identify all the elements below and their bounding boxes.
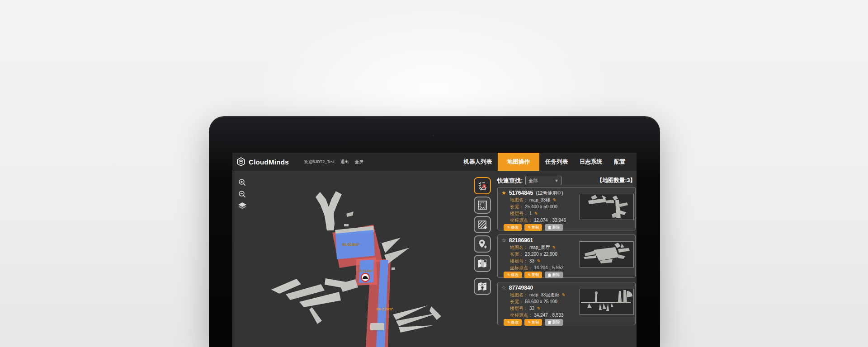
layers-icon[interactable] <box>238 202 247 211</box>
trash-icon <box>548 273 551 277</box>
map-size-value: 23.200 x 22.900 <box>525 252 557 257</box>
map-in-use-badge: (12号使用中) <box>536 190 563 197</box>
field-label-size: 长宽： <box>510 204 524 209</box>
copy-button[interactable]: ✎复制 <box>524 224 542 231</box>
pencil-icon: ✎ <box>507 225 510 230</box>
cloudminds-logo-icon <box>236 157 246 167</box>
map-card[interactable]: ☆ 87749840 地图名：map_33层走廊✎ 长宽：56.600 x 25… <box>497 282 636 325</box>
filter-selected-value: 全部 <box>528 178 538 184</box>
poi-checklist-icon[interactable] <box>474 177 491 194</box>
star-favorite-icon[interactable]: ☆ <box>501 285 506 291</box>
webcam-dot <box>432 134 435 137</box>
edit-pencil-icon[interactable]: ✎ <box>552 197 556 202</box>
field-label-floor: 楼层号： <box>510 211 528 216</box>
session-info: 欢迎BJDT2_Test 退出 全屏 <box>304 159 363 165</box>
map-thumbnail[interactable] <box>580 241 634 267</box>
card-header: ☆ 87749840 <box>501 285 536 291</box>
laptop-frame: CloudMinds 欢迎BJDT2_Test 退出 全屏 机器人列表 地图操作… <box>209 116 660 347</box>
field-label-name: 地图名： <box>510 245 528 250</box>
pointcloud-speck-3 <box>344 224 349 226</box>
chevron-down-icon: ▼ <box>554 178 558 183</box>
nav-tabs: 机器人列表 地图操作 任务列表 日志系统 配置 <box>458 153 632 171</box>
card-header: ★ 51764845 (12号使用中) <box>501 190 563 197</box>
map-thumbnail[interactable] <box>580 194 634 220</box>
map-card[interactable]: ☆ 82186961 地图名：map_展厅✎ 长宽：23.200 x 22.90… <box>497 234 636 278</box>
pointcloud-fan-4 <box>429 306 441 320</box>
pencil-icon: ✎ <box>528 225 531 230</box>
virtual-wall-add-icon[interactable] <box>474 216 491 233</box>
zoom-out-icon[interactable] <box>238 190 247 199</box>
app-screen: CloudMinds 欢迎BJDT2_Test 退出 全屏 机器人列表 地图操作… <box>232 153 637 347</box>
trash-icon <box>548 226 551 230</box>
edit-pencil-icon[interactable]: ✎ <box>534 211 538 216</box>
no-entry-sign[interactable] <box>361 273 369 281</box>
map-id: 51764845 <box>509 190 533 196</box>
star-favorite-icon[interactable]: ★ <box>501 190 506 196</box>
map-controls <box>238 178 247 211</box>
card-header: ☆ 82186961 <box>501 237 536 244</box>
field-label-size: 长宽： <box>510 299 524 304</box>
field-label-name: 地图名： <box>510 292 528 297</box>
pointcloud-arm <box>316 191 342 230</box>
tab-settings[interactable]: 配置 <box>608 153 631 171</box>
map-thumbnail[interactable] <box>580 289 634 315</box>
edit-pencil-icon[interactable]: ✎ <box>536 306 540 311</box>
pointcloud-spike-1 <box>309 307 322 324</box>
pencil-icon: ✎ <box>528 273 531 277</box>
edit-pencil-icon[interactable]: ✎ <box>536 258 540 263</box>
star-favorite-icon[interactable]: ☆ <box>501 237 506 244</box>
quick-search-label: 快速查找: <box>497 177 523 185</box>
copy-button[interactable]: ✎复制 <box>524 272 542 278</box>
welcome-text: 欢迎BJDT2_Test <box>304 159 335 165</box>
field-label-origin: 坐标原点： <box>510 265 533 270</box>
main-content: 40.519m² 8.614m² <box>232 171 637 347</box>
area-label-corridor: 80.215m² <box>377 307 393 311</box>
map-id: 82186961 <box>509 237 533 244</box>
map-card[interactable]: ★ 51764845 (12号使用中) 地图名：map_33楼✎ 长宽：25.4… <box>497 187 636 230</box>
tab-task-list[interactable]: 任务列表 <box>539 153 574 171</box>
map-size-value: 25.400 x 50.000 <box>525 204 557 209</box>
edit-pencil-icon[interactable]: ✎ <box>552 245 555 250</box>
pencil-icon: ✎ <box>528 320 531 324</box>
copy-button[interactable]: ✎复制 <box>524 319 542 326</box>
edit-button[interactable]: ✎修改 <box>504 224 522 231</box>
card-actions: ✎修改 ✎复制 删除 <box>504 224 563 231</box>
map-count-label: 【地图数量:3】 <box>597 177 636 184</box>
add-poi-pin-icon[interactable] <box>474 235 491 253</box>
upload-map-icon[interactable] <box>474 278 491 295</box>
measure-area-icon[interactable] <box>474 197 491 214</box>
zoom-in-icon[interactable] <box>238 178 247 187</box>
pointcloud-speck <box>346 211 354 217</box>
origin-value: 12.874，33.946 <box>534 218 566 223</box>
map-name-value: map_33楼 <box>529 197 550 202</box>
edit-button[interactable]: ✎修改 <box>504 319 522 326</box>
pointcloud-wing-5 <box>339 279 358 292</box>
panel-header: 快速查找: 全部 ▼ 【地图数量:3】 <box>497 176 636 185</box>
pointcloud-box <box>370 323 384 330</box>
map-size-value: 56.600 x 25.100 <box>525 299 557 304</box>
edit-button[interactable]: ✎修改 <box>504 272 522 278</box>
logout-link[interactable]: 退出 <box>340 159 349 165</box>
map-name-value: map_展厅 <box>529 245 550 250</box>
fullscreen-link[interactable]: 全屏 <box>355 159 363 165</box>
map-filter-dropdown[interactable]: 全部 ▼ <box>525 176 561 185</box>
tab-log-system[interactable]: 日志系统 <box>574 153 608 171</box>
delete-button[interactable]: 删除 <box>545 319 563 326</box>
slam-map-canvas[interactable]: 40.519m² 8.614m² <box>232 171 476 347</box>
tab-map-operation[interactable]: 地图操作 <box>498 153 539 171</box>
floor-value: 33 <box>529 258 534 263</box>
area-label-large: 40.519m² <box>342 242 360 247</box>
field-label-name: 地图名： <box>510 197 528 202</box>
field-label-floor: 楼层号： <box>510 258 528 263</box>
card-actions: ✎修改 ✎复制 删除 <box>504 272 563 278</box>
pointcloud-spike-2 <box>382 238 401 253</box>
edit-pencil-icon[interactable]: ✎ <box>561 292 565 297</box>
floor-value: 33 <box>529 306 534 311</box>
delete-button[interactable]: 删除 <box>545 272 563 278</box>
delete-button[interactable]: 删除 <box>545 224 563 231</box>
tab-robot-list[interactable]: 机器人列表 <box>458 153 498 171</box>
origin-value: 34.247，8.533 <box>534 313 564 318</box>
card-actions: ✎修改 ✎复制 删除 <box>504 319 563 326</box>
map-marker-icon[interactable]: x <box>474 255 491 272</box>
svg-text:x: x <box>480 262 481 265</box>
